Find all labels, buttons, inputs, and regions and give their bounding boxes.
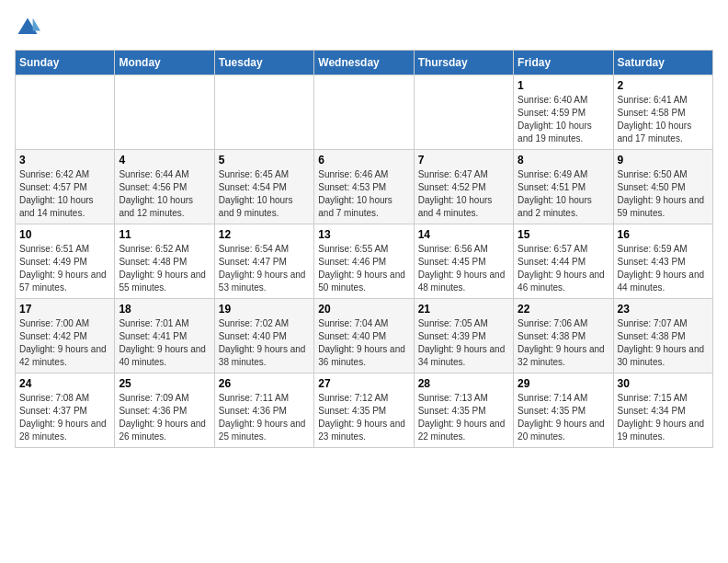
calendar-cell: 24Sunrise: 7:08 AM Sunset: 4:37 PM Dayli…: [16, 373, 115, 448]
calendar-cell: 27Sunrise: 7:12 AM Sunset: 4:35 PM Dayli…: [314, 373, 414, 448]
day-info: Sunrise: 7:12 AM Sunset: 4:35 PM Dayligh…: [318, 392, 409, 443]
day-number: 26: [219, 377, 310, 390]
calendar-cell: 19Sunrise: 7:02 AM Sunset: 4:40 PM Dayli…: [214, 299, 313, 373]
day-info: Sunrise: 6:55 AM Sunset: 4:46 PM Dayligh…: [318, 243, 409, 294]
day-number: 8: [518, 154, 609, 167]
day-number: 11: [119, 228, 210, 241]
day-number: 21: [418, 303, 509, 316]
day-info: Sunrise: 7:09 AM Sunset: 4:36 PM Dayligh…: [119, 392, 210, 443]
calendar-cell: 6Sunrise: 6:46 AM Sunset: 4:53 PM Daylig…: [314, 150, 414, 224]
day-number: 16: [618, 228, 709, 241]
day-number: 9: [618, 154, 709, 167]
calendar-cell: 7Sunrise: 6:47 AM Sunset: 4:52 PM Daylig…: [414, 150, 513, 224]
day-info: Sunrise: 6:50 AM Sunset: 4:50 PM Dayligh…: [618, 168, 709, 220]
day-info: Sunrise: 7:02 AM Sunset: 4:40 PM Dayligh…: [219, 317, 310, 369]
day-header-sunday: Sunday: [16, 51, 115, 75]
calendar-cell: 9Sunrise: 6:50 AM Sunset: 4:50 PM Daylig…: [613, 150, 712, 224]
day-header-thursday: Thursday: [414, 51, 513, 75]
calendar-cell: 17Sunrise: 7:00 AM Sunset: 4:42 PM Dayli…: [16, 299, 115, 373]
day-header-tuesday: Tuesday: [214, 51, 313, 75]
day-info: Sunrise: 7:05 AM Sunset: 4:39 PM Dayligh…: [418, 317, 509, 369]
calendar-cell: 22Sunrise: 7:06 AM Sunset: 4:38 PM Dayli…: [514, 299, 613, 373]
day-info: Sunrise: 6:59 AM Sunset: 4:43 PM Dayligh…: [618, 243, 709, 294]
page-header: [15, 15, 713, 40]
day-number: 22: [518, 303, 609, 316]
day-number: 13: [318, 228, 409, 241]
calendar-cell: 23Sunrise: 7:07 AM Sunset: 4:38 PM Dayli…: [613, 299, 712, 373]
day-info: Sunrise: 6:47 AM Sunset: 4:52 PM Dayligh…: [418, 168, 509, 220]
day-info: Sunrise: 7:00 AM Sunset: 4:42 PM Dayligh…: [19, 317, 110, 369]
calendar-cell: 8Sunrise: 6:49 AM Sunset: 4:51 PM Daylig…: [514, 150, 613, 224]
calendar-cell: 4Sunrise: 6:44 AM Sunset: 4:56 PM Daylig…: [115, 150, 214, 224]
day-number: 25: [119, 377, 210, 390]
day-number: 4: [119, 154, 210, 167]
day-info: Sunrise: 6:40 AM Sunset: 4:59 PM Dayligh…: [518, 94, 609, 145]
day-info: Sunrise: 6:54 AM Sunset: 4:47 PM Dayligh…: [219, 243, 310, 294]
calendar-cell: 14Sunrise: 6:56 AM Sunset: 4:45 PM Dayli…: [414, 224, 513, 299]
day-number: 28: [418, 377, 509, 390]
day-info: Sunrise: 7:13 AM Sunset: 4:35 PM Dayligh…: [418, 392, 509, 443]
day-info: Sunrise: 6:42 AM Sunset: 4:57 PM Dayligh…: [19, 168, 110, 220]
calendar-cell: [115, 75, 214, 150]
calendar-cell: 11Sunrise: 6:52 AM Sunset: 4:48 PM Dayli…: [115, 224, 214, 299]
calendar-cell: 30Sunrise: 7:15 AM Sunset: 4:34 PM Dayli…: [613, 373, 712, 448]
day-header-saturday: Saturday: [613, 51, 712, 75]
day-header-friday: Friday: [514, 51, 613, 75]
day-info: Sunrise: 7:14 AM Sunset: 4:35 PM Dayligh…: [518, 392, 609, 443]
day-info: Sunrise: 7:11 AM Sunset: 4:36 PM Dayligh…: [219, 392, 310, 443]
day-header-monday: Monday: [115, 51, 214, 75]
day-number: 24: [19, 377, 110, 390]
calendar-cell: 28Sunrise: 7:13 AM Sunset: 4:35 PM Dayli…: [414, 373, 513, 448]
calendar-cell: 13Sunrise: 6:55 AM Sunset: 4:46 PM Dayli…: [314, 224, 414, 299]
calendar-table: SundayMondayTuesdayWednesdayThursdayFrid…: [15, 50, 713, 448]
day-number: 20: [318, 303, 409, 316]
day-info: Sunrise: 6:51 AM Sunset: 4:49 PM Dayligh…: [19, 243, 110, 294]
svg-marker-1: [33, 18, 40, 31]
calendar-cell: 26Sunrise: 7:11 AM Sunset: 4:36 PM Dayli…: [214, 373, 313, 448]
day-info: Sunrise: 6:57 AM Sunset: 4:44 PM Dayligh…: [518, 243, 609, 294]
calendar-cell: 3Sunrise: 6:42 AM Sunset: 4:57 PM Daylig…: [16, 150, 115, 224]
calendar-cell: [16, 75, 115, 150]
day-info: Sunrise: 6:56 AM Sunset: 4:45 PM Dayligh…: [418, 243, 509, 294]
day-number: 30: [618, 377, 709, 390]
calendar-cell: 1Sunrise: 6:40 AM Sunset: 4:59 PM Daylig…: [514, 75, 613, 150]
calendar-cell: 15Sunrise: 6:57 AM Sunset: 4:44 PM Dayli…: [514, 224, 613, 299]
calendar-cell: [414, 75, 513, 150]
day-info: Sunrise: 6:41 AM Sunset: 4:58 PM Dayligh…: [618, 94, 709, 145]
day-info: Sunrise: 6:46 AM Sunset: 4:53 PM Dayligh…: [318, 168, 409, 220]
calendar-cell: [314, 75, 414, 150]
day-info: Sunrise: 7:01 AM Sunset: 4:41 PM Dayligh…: [119, 317, 210, 369]
day-number: 14: [418, 228, 509, 241]
day-info: Sunrise: 7:07 AM Sunset: 4:38 PM Dayligh…: [618, 317, 709, 369]
day-number: 7: [418, 154, 509, 167]
day-number: 2: [618, 79, 709, 92]
day-number: 23: [618, 303, 709, 316]
calendar-cell: 10Sunrise: 6:51 AM Sunset: 4:49 PM Dayli…: [16, 224, 115, 299]
day-number: 6: [318, 154, 409, 167]
day-info: Sunrise: 7:04 AM Sunset: 4:40 PM Dayligh…: [318, 317, 409, 369]
day-number: 19: [219, 303, 310, 316]
day-number: 27: [318, 377, 409, 390]
day-number: 29: [518, 377, 609, 390]
calendar-cell: 29Sunrise: 7:14 AM Sunset: 4:35 PM Dayli…: [514, 373, 613, 448]
calendar-cell: 20Sunrise: 7:04 AM Sunset: 4:40 PM Dayli…: [314, 299, 414, 373]
day-number: 12: [219, 228, 310, 241]
calendar-cell: 18Sunrise: 7:01 AM Sunset: 4:41 PM Dayli…: [115, 299, 214, 373]
day-info: Sunrise: 6:45 AM Sunset: 4:54 PM Dayligh…: [219, 168, 310, 220]
calendar-cell: 2Sunrise: 6:41 AM Sunset: 4:58 PM Daylig…: [613, 75, 712, 150]
logo-icon: [15, 15, 40, 40]
day-number: 5: [219, 154, 310, 167]
calendar-cell: 16Sunrise: 6:59 AM Sunset: 4:43 PM Dayli…: [613, 224, 712, 299]
day-info: Sunrise: 6:49 AM Sunset: 4:51 PM Dayligh…: [518, 168, 609, 220]
day-number: 15: [518, 228, 609, 241]
calendar-cell: 25Sunrise: 7:09 AM Sunset: 4:36 PM Dayli…: [115, 373, 214, 448]
day-info: Sunrise: 6:44 AM Sunset: 4:56 PM Dayligh…: [119, 168, 210, 220]
calendar-cell: 21Sunrise: 7:05 AM Sunset: 4:39 PM Dayli…: [414, 299, 513, 373]
day-info: Sunrise: 7:06 AM Sunset: 4:38 PM Dayligh…: [518, 317, 609, 369]
calendar-cell: 5Sunrise: 6:45 AM Sunset: 4:54 PM Daylig…: [214, 150, 313, 224]
day-info: Sunrise: 7:08 AM Sunset: 4:37 PM Dayligh…: [19, 392, 110, 443]
day-info: Sunrise: 7:15 AM Sunset: 4:34 PM Dayligh…: [618, 392, 709, 443]
day-info: Sunrise: 6:52 AM Sunset: 4:48 PM Dayligh…: [119, 243, 210, 294]
day-number: 17: [19, 303, 110, 316]
logo: [15, 15, 44, 40]
